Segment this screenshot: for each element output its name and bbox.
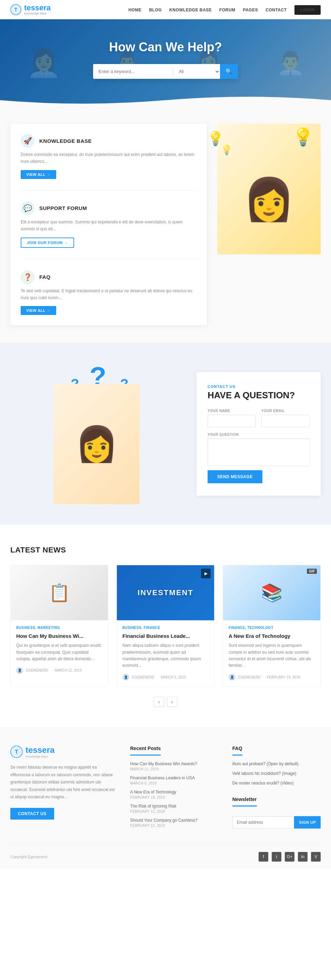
newsletter-email-input[interactable] bbox=[232, 816, 294, 829]
search-category-select[interactable]: All Knowledge Base Forum bbox=[173, 69, 220, 74]
question-label: YOUR QUESTION bbox=[208, 433, 310, 436]
footer-bottom: Copyright Egemenerd f t G+ in V bbox=[10, 845, 321, 862]
navbar: T tessera knowledge base HOME BLOG KNOWL… bbox=[0, 0, 331, 19]
search-input[interactable] bbox=[93, 65, 173, 78]
nav-knowledge-base[interactable]: KNOWLEDGE BASE bbox=[169, 8, 212, 13]
question-lady-image: 👩 bbox=[53, 384, 140, 504]
hero-title: How Can We Help? bbox=[7, 40, 324, 54]
recent-post-link-3[interactable]: A New Era of Technology bbox=[130, 790, 176, 794]
recent-post-link-4[interactable]: The Risk of Ignoring Risk bbox=[130, 804, 176, 808]
recent-post-1: How Can My Business Win Awards? MARCH 12… bbox=[130, 760, 219, 771]
news-excerpt-1: Qui ex graviterque si et velit quamquam … bbox=[16, 642, 102, 662]
faq-link-3[interactable]: De noster nescius erudit? (Video) bbox=[232, 781, 294, 786]
nav-forum[interactable]: FORUM bbox=[219, 8, 235, 13]
news-avatar-3: 👤 bbox=[229, 674, 235, 681]
recent-post-link-1[interactable]: How Can My Business Win Awards? bbox=[130, 761, 197, 766]
news-card-3: 📚 GIF FINANCE, TECHNOLOGY A New Era of T… bbox=[223, 565, 321, 686]
recent-post-link-2[interactable]: Financial Business Leaders in USA bbox=[130, 776, 195, 780]
logo[interactable]: T tessera knowledge base bbox=[10, 4, 51, 15]
play-button-icon[interactable]: ▶ bbox=[201, 569, 211, 578]
question-textarea[interactable] bbox=[208, 439, 310, 466]
news-date-2: MARCH 5, 2019 bbox=[161, 675, 186, 679]
recent-post-date-2: MARCH 5, 2019 bbox=[130, 781, 219, 785]
social-facebook-icon[interactable]: f bbox=[259, 852, 268, 862]
news-thumb-3: 📚 GIF bbox=[223, 565, 320, 620]
support-forum-icon: 💬 bbox=[21, 201, 35, 215]
social-vimeo-icon[interactable]: V bbox=[311, 852, 321, 862]
news-grid: 📋 BUSINESS, MARKETING How Can My Busines… bbox=[10, 565, 321, 686]
news-headline-2[interactable]: Financial Business Leade... bbox=[122, 632, 209, 640]
news-date-separator-2: · bbox=[157, 675, 158, 679]
faq-item-2: Velit laboris hic incididunt? (Image) bbox=[232, 770, 321, 776]
recent-post-date-5: FEBRUARY 12, 2019 bbox=[130, 824, 219, 827]
nav-menu: HOME BLOG KNOWLEDGE BASE FORUM PAGES CON… bbox=[128, 6, 321, 13]
recent-post-2: Financial Business Leaders in USA MARCH … bbox=[130, 775, 219, 785]
faq-link-1[interactable]: Illum aut probant? (Open by default) bbox=[232, 761, 299, 766]
news-excerpt-2: Nam aliqua iudicem aliquo o sunt prsiden… bbox=[122, 642, 209, 669]
contact-us-label: CONTACT US bbox=[208, 385, 310, 389]
contact-form-panel: CONTACT US HAVE A QUESTION? YOUR NAME YO… bbox=[197, 372, 321, 496]
name-input[interactable] bbox=[208, 415, 256, 427]
footer-logo-icon: T bbox=[10, 746, 23, 758]
email-input[interactable] bbox=[261, 415, 310, 427]
newsletter-title: Newsletter bbox=[232, 797, 257, 807]
features-image-area: 💡 💡 💡 👩 bbox=[217, 124, 321, 255]
news-excerpt-3: Sunt eiusmod sed ingenis is quamquam com… bbox=[229, 642, 315, 669]
search-button[interactable]: 🔍 bbox=[220, 64, 238, 79]
bulb-icon-large: 💡 bbox=[293, 127, 314, 147]
knowledge-base-icon: 🚀 bbox=[21, 134, 35, 148]
pagination-next[interactable]: › bbox=[167, 697, 177, 707]
knowledge-base-desc: Dolore commodo ea excepteur, do irure pr… bbox=[21, 151, 197, 165]
send-message-button[interactable]: SEND MESSAGE bbox=[208, 470, 262, 483]
news-author-3: EGEMENERD bbox=[238, 675, 260, 679]
news-date-1: MARCH 12, 2019 bbox=[54, 668, 82, 672]
knowledge-base-btn[interactable]: VIEW ALL → bbox=[21, 170, 56, 179]
nav-home[interactable]: HOME bbox=[128, 8, 141, 13]
footer-faq-section: FAQ Illum aut probant? (Open by default)… bbox=[232, 745, 321, 786]
news-thumb-1: 📋 bbox=[11, 565, 108, 620]
news-cats-3: FINANCE, TECHNOLOGY bbox=[229, 626, 315, 630]
recent-post-date-4: FEBRUARY 12, 2019 bbox=[130, 810, 219, 813]
social-linkedin-icon[interactable]: in bbox=[298, 852, 307, 862]
latest-news-section: LATEST NEWS 📋 BUSINESS, MARKETING How Ca… bbox=[0, 525, 331, 728]
faq-link-2[interactable]: Velit laboris hic incididunt? (Image) bbox=[232, 771, 296, 776]
recent-post-4: The Risk of Ignoring Risk FEBRUARY 12, 2… bbox=[130, 803, 219, 813]
name-label: YOUR NAME bbox=[208, 409, 256, 413]
news-author-2: EGEMENERD bbox=[132, 675, 154, 679]
news-cats-2: BUSINESS, FINANCE bbox=[122, 626, 209, 630]
faq-btn[interactable]: VIEW ALL → bbox=[21, 306, 56, 315]
social-twitter-icon[interactable]: t bbox=[272, 852, 281, 862]
nav-blog[interactable]: BLOG bbox=[149, 8, 162, 13]
nav-login-button[interactable]: LOGIN bbox=[294, 5, 321, 15]
feature-knowledge-base: 🚀 KNOWLEDGE BASE Dolore commodo ea excep… bbox=[21, 134, 197, 190]
faq-item-1: Illum aut probant? (Open by default) bbox=[232, 760, 321, 767]
footer-contact-us-button[interactable]: CONTACT US bbox=[10, 808, 54, 819]
faq-title: FAQ bbox=[39, 274, 50, 280]
news-headline-1[interactable]: How Can My Business Wi... bbox=[16, 632, 102, 640]
latest-news-title: LATEST NEWS bbox=[10, 546, 321, 555]
footer-copyright: Copyright Egemenerd bbox=[10, 855, 47, 859]
footer-faq-title: FAQ bbox=[232, 746, 242, 756]
footer-recent-posts-col: Recent Posts How Can My Business Win Awa… bbox=[130, 745, 219, 831]
email-label: YOUR EMAIL bbox=[261, 409, 310, 413]
newsletter-signup-button[interactable]: SIGN UP bbox=[294, 816, 321, 829]
nav-contact[interactable]: CONTACT bbox=[265, 8, 286, 13]
news-meta-1: 👤 EGEMENERD · MARCH 12, 2019 bbox=[16, 667, 102, 674]
features-list: 🚀 KNOWLEDGE BASE Dolore commodo ea excep… bbox=[10, 124, 207, 325]
support-forum-btn[interactable]: JOIN OUR FORUM → bbox=[21, 237, 74, 248]
pagination-prev[interactable]: ‹ bbox=[154, 697, 164, 707]
support-forum-title: SUPPORT FORUM bbox=[39, 205, 87, 211]
nav-pages[interactable]: PAGES bbox=[243, 8, 258, 13]
faq-icon: ❓ bbox=[21, 270, 35, 284]
recent-posts-title: Recent Posts bbox=[130, 746, 161, 756]
svg-text:T: T bbox=[15, 749, 18, 755]
news-card-1: 📋 BUSINESS, MARKETING How Can My Busines… bbox=[10, 565, 108, 686]
recent-post-link-5[interactable]: Should Your Company go Cashless? bbox=[130, 818, 198, 823]
news-author-1: EGEMENERD bbox=[26, 668, 48, 672]
support-forum-desc: Elit a excepteur quo summis. Summis qui … bbox=[21, 219, 197, 233]
news-headline-3[interactable]: A New Era of Technology bbox=[229, 632, 315, 640]
recent-post-date-3: FEBRUARY 19, 2019 bbox=[130, 795, 219, 799]
news-card-2: INVESTMENT ▶ BUSINESS, FINANCE Financial… bbox=[117, 565, 214, 686]
footer-brand-col: T tessera knowledge base Se meim fabulas… bbox=[10, 745, 117, 831]
social-googleplus-icon[interactable]: G+ bbox=[285, 852, 294, 862]
